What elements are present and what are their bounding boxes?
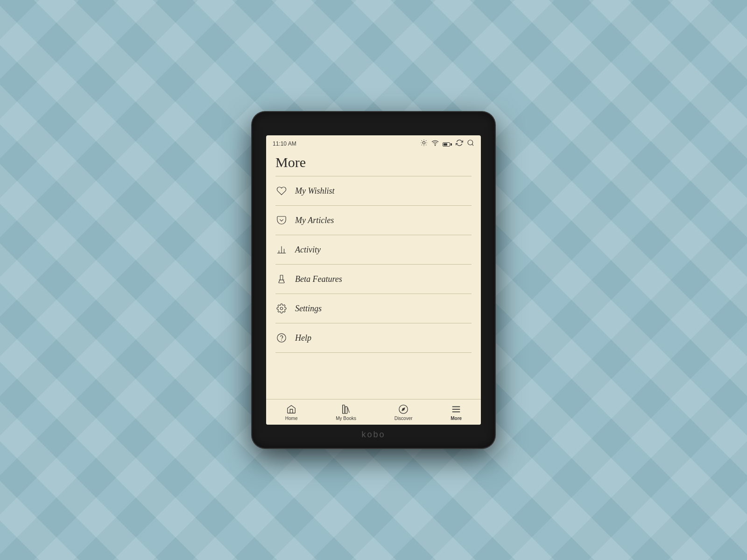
menu-icon [451, 404, 462, 414]
kobo-logo: kobo [361, 430, 385, 440]
svg-line-11 [472, 144, 473, 146]
svg-point-10 [468, 140, 473, 145]
wifi-icon [431, 139, 439, 148]
svg-point-0 [423, 141, 425, 144]
bar-chart-icon [275, 244, 288, 256]
menu-item-activity[interactable]: Activity [266, 235, 481, 264]
discover-nav-label: Discover [395, 416, 413, 421]
compass-icon [398, 404, 409, 414]
menu-item-articles[interactable]: My Articles [266, 206, 481, 235]
svg-point-18 [277, 334, 286, 342]
battery-icon [443, 140, 452, 147]
device-screen: 11:10 AM [266, 135, 481, 425]
status-bar: 11:10 AM [266, 135, 481, 151]
svg-point-9 [435, 145, 435, 146]
svg-point-17 [280, 307, 283, 310]
bottom-nav: Home My Books [266, 399, 481, 425]
svg-line-3 [422, 140, 422, 141]
activity-label: Activity [295, 245, 321, 255]
svg-line-8 [426, 140, 426, 141]
help-label: Help [295, 333, 311, 343]
brightness-icon [420, 139, 428, 148]
menu-item-beta[interactable]: Beta Features [266, 265, 481, 294]
kobo-device: 11:10 AM [252, 112, 495, 448]
beta-label: Beta Features [295, 274, 342, 284]
gear-icon [275, 302, 288, 315]
page-header: More [266, 151, 481, 176]
wishlist-label: My Wishlist [295, 186, 335, 196]
nav-item-home[interactable]: Home [278, 403, 305, 422]
sync-icon [456, 139, 463, 148]
settings-label: Settings [295, 304, 322, 314]
page-title: More [275, 154, 472, 170]
svg-marker-24 [402, 407, 405, 411]
svg-rect-21 [345, 407, 347, 414]
more-nav-label: More [451, 416, 462, 421]
menu-item-wishlist[interactable]: My Wishlist [266, 176, 481, 205]
svg-line-7 [422, 145, 422, 145]
pocket-icon [275, 214, 288, 226]
heart-icon [275, 185, 288, 197]
menu-item-settings[interactable]: Settings [266, 294, 481, 323]
articles-label: My Articles [295, 216, 334, 225]
page-content: More My Wishlist [266, 151, 481, 399]
flask-icon [275, 273, 288, 285]
status-time: 11:10 AM [273, 140, 296, 147]
home-nav-label: Home [285, 416, 298, 421]
nav-item-discover[interactable]: Discover [387, 403, 420, 422]
nav-item-more[interactable]: More [443, 403, 469, 422]
books-icon [340, 404, 352, 414]
svg-line-4 [426, 145, 426, 145]
nav-item-mybooks[interactable]: My Books [328, 403, 364, 422]
status-icons [420, 139, 474, 148]
mybooks-nav-label: My Books [336, 416, 356, 421]
menu-item-help[interactable]: Help [266, 323, 481, 352]
home-icon [286, 404, 297, 414]
svg-rect-20 [343, 405, 345, 413]
search-icon[interactable] [467, 139, 474, 148]
divider-6 [275, 352, 472, 353]
help-circle-icon [275, 332, 288, 344]
